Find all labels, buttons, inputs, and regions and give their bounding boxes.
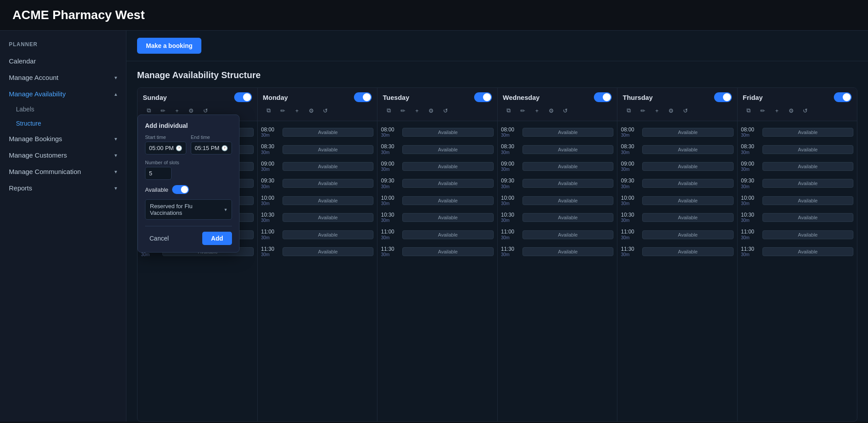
sidebar-item-manage-bookings[interactable]: Manage Bookings ▾: [0, 130, 126, 147]
action-icon-friday[interactable]: ⚙: [786, 105, 797, 116]
sidebar: Planner Calendar Manage Account ▾ Manage…: [0, 31, 126, 422]
available-badge[interactable]: Available: [762, 196, 854, 205]
action-icon-wednesday[interactable]: ⚙: [546, 105, 557, 116]
action-icon-monday[interactable]: ⚙: [306, 105, 317, 116]
action-icon-friday[interactable]: ⧉: [743, 105, 754, 116]
action-icon-wednesday[interactable]: ⧉: [503, 105, 515, 116]
time-label: 11:0030m: [501, 229, 520, 240]
slots-input[interactable]: [145, 167, 172, 180]
action-icon-wednesday[interactable]: +: [531, 105, 543, 116]
available-badge[interactable]: Available: [402, 128, 494, 137]
available-badge[interactable]: Available: [283, 213, 374, 222]
available-badge[interactable]: Available: [402, 247, 494, 256]
time-label: 11:3030m: [621, 246, 640, 257]
available-badge[interactable]: Available: [522, 128, 614, 137]
sidebar-item-manage-availability[interactable]: Manage Availability ▴: [0, 86, 126, 102]
label-dropdown[interactable]: Reserved for Flu Vaccinations ▾: [145, 199, 232, 220]
action-icon-wednesday[interactable]: ✏: [517, 105, 529, 116]
action-icon-thursday[interactable]: +: [651, 105, 663, 116]
cancel-button[interactable]: Cancel: [145, 232, 173, 245]
available-badge[interactable]: Available: [402, 179, 494, 188]
days-container: Add individual Start time 05:00 PM 🕐 E: [137, 87, 857, 422]
available-badge[interactable]: Available: [522, 145, 614, 154]
add-button[interactable]: Add: [202, 232, 232, 245]
time-label: 10:3030m: [381, 212, 400, 223]
available-badge[interactable]: Available: [762, 230, 854, 239]
action-icon-friday[interactable]: +: [771, 105, 783, 116]
available-badge[interactable]: Available: [402, 196, 494, 205]
sidebar-item-manage-communication[interactable]: Manage Communication ▾: [0, 163, 126, 180]
available-badge[interactable]: Available: [283, 247, 374, 256]
day-toggle-monday[interactable]: [354, 92, 372, 102]
available-badge[interactable]: Available: [283, 128, 374, 137]
action-icon-thursday[interactable]: ⧉: [623, 105, 634, 116]
available-badge[interactable]: Available: [402, 230, 494, 239]
available-badge[interactable]: Available: [762, 213, 854, 222]
available-badge[interactable]: Available: [522, 162, 614, 171]
available-badge[interactable]: Available: [642, 128, 734, 137]
action-icon-tuesday[interactable]: ✏: [397, 105, 408, 116]
available-badge[interactable]: Available: [402, 162, 494, 171]
action-icon-tuesday[interactable]: ⚙: [425, 105, 437, 116]
day-toggle-tuesday[interactable]: [474, 92, 492, 102]
action-icon-monday[interactable]: ⧉: [263, 105, 275, 116]
available-badge[interactable]: Available: [642, 179, 734, 188]
action-icon-thursday[interactable]: ⚙: [665, 105, 677, 116]
available-badge[interactable]: Available: [642, 230, 734, 239]
action-icon-tuesday[interactable]: ⧉: [383, 105, 394, 116]
action-icon-thursday[interactable]: ✏: [637, 105, 648, 116]
sidebar-item-manage-account[interactable]: Manage Account ▾: [0, 69, 126, 86]
sidebar-item-calendar[interactable]: Calendar: [0, 53, 126, 69]
available-badge[interactable]: Available: [522, 213, 614, 222]
available-badge[interactable]: Available: [642, 247, 734, 256]
available-badge[interactable]: Available: [402, 145, 494, 154]
available-badge[interactable]: Available: [762, 162, 854, 171]
available-label: Available: [145, 186, 169, 193]
available-badge[interactable]: Available: [522, 247, 614, 256]
available-badge[interactable]: Available: [283, 230, 374, 239]
action-icon-monday[interactable]: ✏: [277, 105, 289, 116]
sidebar-sub-item-labels[interactable]: Labels: [0, 102, 126, 116]
action-icon-tuesday[interactable]: ↺: [440, 105, 451, 116]
action-icon-monday[interactable]: ↺: [320, 105, 331, 116]
available-badge[interactable]: Available: [642, 162, 734, 171]
day-toggle-wednesday[interactable]: [594, 92, 612, 102]
end-time-input[interactable]: 05:15 PM 🕐: [191, 142, 232, 154]
time-slot: 11:3030mAvailable: [377, 243, 497, 260]
available-badge[interactable]: Available: [283, 162, 374, 171]
action-icon-tuesday[interactable]: +: [411, 105, 423, 116]
action-icon-wednesday[interactable]: ↺: [560, 105, 571, 116]
make-booking-button[interactable]: Make a booking: [137, 38, 201, 54]
available-badge[interactable]: Available: [522, 179, 614, 188]
available-badge[interactable]: Available: [642, 196, 734, 205]
action-icon-friday[interactable]: ✏: [757, 105, 769, 116]
chevron-down-icon: ▾: [114, 185, 117, 191]
available-badge[interactable]: Available: [642, 213, 734, 222]
available-toggle[interactable]: [172, 185, 189, 194]
start-time-input[interactable]: 05:00 PM 🕐: [145, 142, 186, 154]
available-badge[interactable]: Available: [402, 213, 494, 222]
action-icon-monday[interactable]: +: [291, 105, 303, 116]
sidebar-item-manage-customers[interactable]: Manage Customers ▾: [0, 147, 126, 163]
available-badge[interactable]: Available: [762, 145, 854, 154]
available-badge[interactable]: Available: [283, 145, 374, 154]
available-badge[interactable]: Available: [522, 196, 614, 205]
time-label: 09:3030m: [621, 178, 640, 189]
day-toggle-sunday[interactable]: [234, 92, 252, 102]
available-badge[interactable]: Available: [522, 230, 614, 239]
time-slot: 11:3030mAvailable: [258, 243, 377, 260]
available-badge[interactable]: Available: [283, 179, 374, 188]
day-toggle-thursday[interactable]: [714, 92, 732, 102]
popup-form: Add individual Start time 05:00 PM 🕐 E: [137, 115, 240, 253]
action-icon-thursday[interactable]: ↺: [679, 105, 691, 116]
available-badge[interactable]: Available: [762, 128, 854, 137]
sidebar-item-reports[interactable]: Reports ▾: [0, 180, 126, 196]
action-icon-friday[interactable]: ↺: [800, 105, 811, 116]
day-toggle-friday[interactable]: [834, 92, 852, 102]
available-badge[interactable]: Available: [762, 179, 854, 188]
available-badge[interactable]: Available: [283, 196, 374, 205]
sidebar-sub-item-structure[interactable]: Structure: [0, 116, 126, 130]
available-badge[interactable]: Available: [642, 145, 734, 154]
available-badge[interactable]: Available: [762, 247, 854, 256]
time-label: 08:3030m: [381, 143, 400, 155]
